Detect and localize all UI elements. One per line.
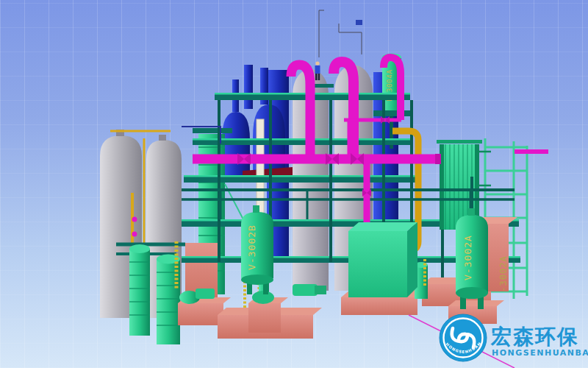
company-name-en: HONGSENHUANBAO bbox=[492, 348, 588, 358]
label-3002a-partial: -3002A bbox=[498, 255, 509, 291]
vessel-v3002b: V-3002B bbox=[241, 205, 273, 294]
label-v3002a: V-3002A bbox=[462, 235, 473, 280]
label-v3002b: V-3002B bbox=[246, 224, 257, 270]
plant-3d-render: E-3004A bbox=[0, 0, 588, 368]
company-name-cn: 宏森环保 bbox=[490, 325, 579, 349]
green-box-tank bbox=[348, 222, 417, 297]
logo-circle bbox=[440, 314, 487, 361]
instrument-lines bbox=[319, 10, 362, 57]
cad-viewport[interactable]: E-3004A bbox=[0, 0, 588, 368]
